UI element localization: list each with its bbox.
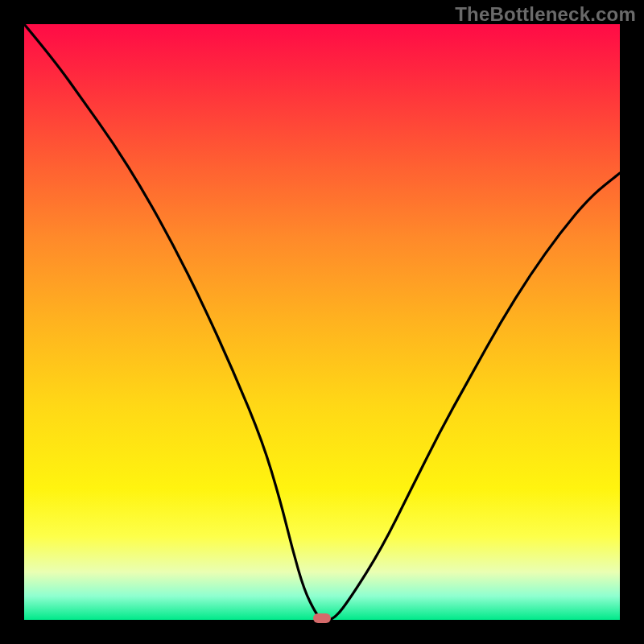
bottleneck-curve [24,24,620,620]
watermark-text: TheBottleneck.com [455,3,636,26]
chart-frame: TheBottleneck.com [0,0,644,644]
optimal-marker [313,613,331,623]
plot-area [24,24,620,620]
